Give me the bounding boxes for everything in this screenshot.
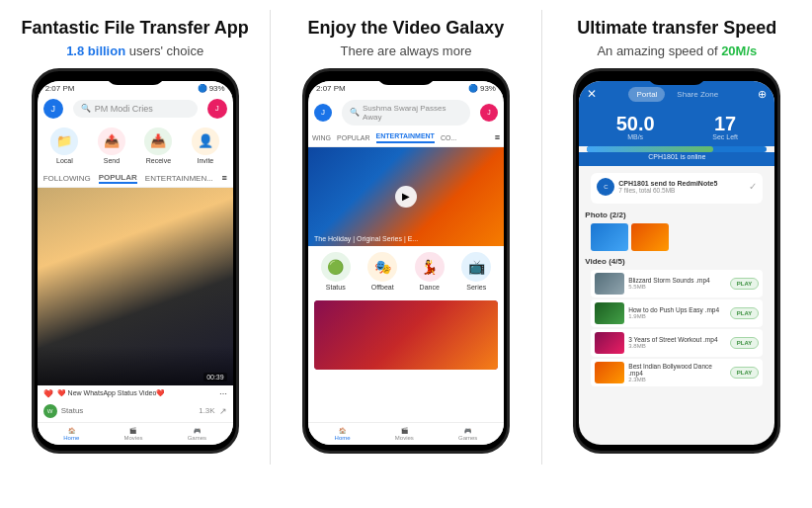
section-3: Ultimate transfer Speed An amazing speed…	[542, 0, 812, 508]
section-2: Enjoy the Video Galaxy There are always …	[271, 0, 540, 508]
speed-time-unit: Sec Left	[712, 133, 738, 140]
phone-1-count: 1.3K	[199, 406, 214, 415]
settings-icon[interactable]: ⊕	[758, 88, 767, 101]
play-button-2[interactable]: ▶	[395, 186, 417, 208]
nav-movies[interactable]: 🎬 Movies	[123, 427, 142, 441]
nav-home[interactable]: 🏠 Home	[63, 427, 79, 441]
phone-1-search-row: J 🔍 PM Modi Cries J	[38, 96, 233, 122]
phone-1-jio-icon: J	[207, 99, 227, 119]
photo-thumb-1	[591, 223, 628, 251]
speed-time: 17 Sec Left	[712, 114, 738, 140]
video-section-title: Video (4/5)	[585, 253, 769, 268]
speed-mb-unit: MB/s	[616, 133, 655, 140]
menu-icon[interactable]: ≡	[221, 173, 226, 183]
photo-thumb-2	[631, 223, 669, 251]
movies-icon-2: 🎬	[401, 427, 408, 434]
search-icon: 🔍	[81, 104, 91, 113]
section-3-subtitle: An amazing speed of 20M/s	[597, 43, 757, 58]
phone-1-local[interactable]: 📁 Local	[50, 127, 78, 164]
phone-3-content: C CPH1801 send to RedmiNote5 7 files, to…	[579, 166, 774, 392]
phone-2-video2-bg	[314, 300, 498, 370]
cat-dance[interactable]: 💃 Dance	[415, 252, 445, 291]
cat-series[interactable]: 📺 Series	[461, 252, 491, 291]
video-item-3: 3 Years of Street Workout .mp4 3.8MB PLA…	[591, 329, 763, 357]
phone-1-send[interactable]: 📤 Send	[98, 127, 125, 164]
phone-3-tabs: Portal Share Zone	[601, 87, 754, 102]
phone-1-search[interactable]: 🔍 PM Modi Cries	[73, 100, 198, 118]
home-icon: 🏠	[68, 427, 75, 434]
speed-time-num: 17	[712, 114, 738, 133]
phone-2-nav-games[interactable]: 🎮 Games	[458, 427, 477, 441]
phone-1-icon-grid: 📁 Local 📤 Send 📥 Receive 👤 Invite	[38, 122, 233, 170]
phone-2-search[interactable]: 🔍 Sushma Swaraj Passes Away	[342, 100, 470, 126]
phone-1-invite[interactable]: 👤 Invite	[192, 127, 219, 164]
phone-1-notch	[106, 71, 165, 85]
phone-3-transfer-header: C CPH1801 send to RedmiNote5 7 files, to…	[597, 178, 757, 196]
section-1-title: Fantastic File Transfer App	[21, 18, 248, 40]
speed-mb-num: 50.0	[616, 114, 655, 133]
video-thumb-1	[595, 273, 624, 295]
phone-1-bottom-nav: 🏠 Home 🎬 Movies 🎮 Games	[38, 422, 233, 445]
close-icon[interactable]: ✕	[587, 87, 597, 101]
section-1: Fantastic File Transfer App 1.8 billion …	[0, 0, 270, 508]
phone-1-search-text: PM Modi Cries	[95, 104, 153, 114]
play-button-v1[interactable]: PLAY	[730, 278, 759, 290]
video-item-4: Best Indian Bollywood Dance .mp4 2.3MB P…	[591, 359, 763, 386]
cat-offbeat[interactable]: 🎭 Offbeat	[367, 252, 397, 291]
check-icon: ✓	[749, 181, 757, 192]
video-info-1: Blizzard Storm Sounds .mp4 5.5MB	[628, 277, 726, 290]
video-info-3: 3 Years of Street Workout .mp4 3.8MB	[628, 336, 726, 349]
phone-1-receive[interactable]: 📥 Receive	[144, 127, 172, 164]
phone-3-progress-fill	[587, 146, 712, 152]
cat-status[interactable]: 🟢 Status	[321, 252, 351, 291]
whatsapp-icon: W	[43, 404, 57, 418]
video-thumb-2	[595, 302, 624, 324]
phone-3-speed-row: 50.0 MB/s 17 Sec Left	[579, 108, 774, 146]
phone-3: ✕ Portal Share Zone ⊕ 50.0 MB/s 17 Sec L…	[573, 68, 780, 454]
share-icon[interactable]: ↗	[219, 406, 227, 416]
tab-sharezone[interactable]: Share Zone	[669, 87, 726, 102]
video-info-4: Best Indian Bollywood Dance .mp4 2.3MB	[628, 363, 726, 382]
phone-2-categories: 🟢 Status 🎭 Offbeat 💃 Dance 📺 Series	[308, 246, 504, 296]
phone-3-progress-label: CPH1801 is online	[579, 152, 774, 166]
phone-2-screen: 2:07 PM 🔵 93% J 🔍 Sushma Swaraj Passes A…	[308, 81, 504, 445]
phone-1-video: 00:39	[38, 188, 233, 385]
phone-1-screen: 2:07 PM 🔵 93% J 🔍 PM Modi Cries J 📁	[38, 81, 233, 445]
tab-portal[interactable]: Portal	[628, 87, 665, 102]
phone-3-header: ✕ Portal Share Zone ⊕	[579, 81, 774, 108]
phone-2-time: 2:07 PM	[316, 84, 346, 93]
home-icon-2: 🏠	[339, 427, 346, 434]
phone-2-video-title: The Holiday | Original Series | E...	[314, 235, 418, 242]
phone-2-nav-movies[interactable]: 🎬 Movies	[395, 427, 414, 441]
more-icon[interactable]: ⋯	[219, 389, 227, 398]
phone-3-screen: ✕ Portal Share Zone ⊕ 50.0 MB/s 17 Sec L…	[579, 81, 774, 445]
play-button-v4[interactable]: PLAY	[730, 367, 759, 379]
section-3-title: Ultimate transfer Speed	[577, 18, 776, 40]
phone-2-main-video: ▶ The Holiday | Original Series | E...	[308, 147, 504, 246]
play-button-v3[interactable]: PLAY	[730, 337, 759, 349]
phone-2-app-icon: J	[314, 104, 332, 122]
play-button-v2[interactable]: PLAY	[730, 307, 759, 319]
phone-1: 2:07 PM 🔵 93% J 🔍 PM Modi Cries J 📁	[32, 68, 239, 454]
phone-2-notch	[376, 71, 436, 85]
phone-3-video-list: Blizzard Storm Sounds .mp4 5.5MB PLAY Ho…	[585, 268, 769, 388]
phone-3-notch	[647, 71, 706, 85]
menu-icon-2[interactable]: ≡	[495, 132, 500, 142]
phone-2-second-video	[314, 300, 498, 370]
transfer-avatar: C	[597, 178, 614, 196]
video-thumb-4	[595, 362, 624, 383]
phone-1-status-row: W Status 1.3K ↗	[38, 402, 233, 422]
phone-2-nav-home[interactable]: 🏠 Home	[335, 427, 351, 441]
speed-mb: 50.0 MB/s	[616, 114, 655, 140]
nav-games[interactable]: 🎮 Games	[188, 427, 206, 441]
section-2-subtitle: There are always more	[341, 43, 472, 58]
phone-2-tabs: WING POPULAR ENTERTAINMENT CO... ≡	[308, 129, 504, 147]
games-icon: 🎮	[194, 427, 201, 434]
transfer-files: 7 files, total 60.5MB	[618, 187, 717, 194]
movies-icon: 🎬	[129, 427, 136, 434]
section-3-accent: 20M/s	[721, 43, 757, 58]
video-item-2: How to do Push Ups Easy .mp4 1.9MB PLAY	[591, 299, 763, 327]
transfer-info: CPH1801 send to RedmiNote5 7 files, tota…	[618, 180, 717, 194]
phone-2-search-row: J 🔍 Sushma Swaraj Passes Away J	[308, 96, 504, 129]
section-1-accent: 1.8 billion	[66, 43, 125, 58]
